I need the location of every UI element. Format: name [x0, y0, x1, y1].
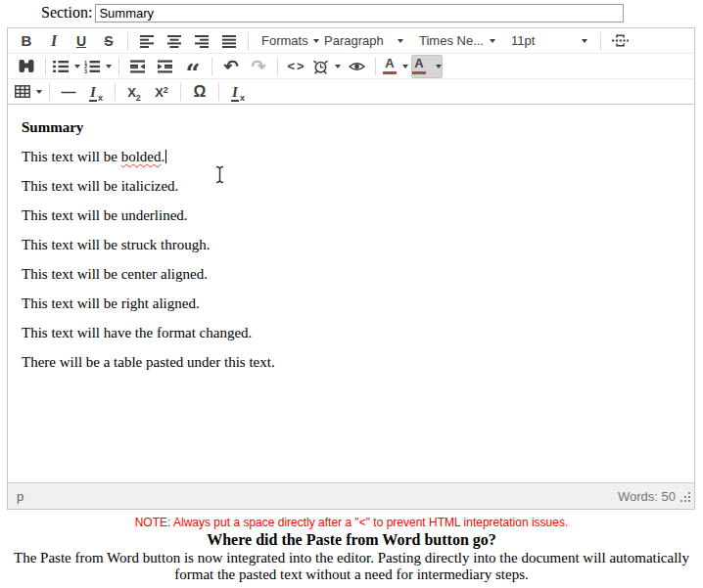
toolbar-separator [127, 32, 128, 50]
bullet-list-button[interactable] [52, 55, 81, 78]
toolbar-row-3: — Ix X2 X2 Ω Ix [8, 79, 694, 105]
chevron-down-icon [402, 65, 408, 68]
align-justify-button[interactable] [216, 29, 242, 53]
editor-content-area[interactable]: Summary This text will be bolded. This t… [8, 105, 694, 482]
strikethrough-button[interactable]: S [96, 29, 121, 53]
font-size-dropdown[interactable]: 11pt [504, 29, 594, 53]
toolbar-row-2: 123 “ ↶ ↷ <> A A [8, 54, 694, 79]
document-heading: Summary [22, 119, 686, 136]
paragraph-underlined[interactable]: This text will be underlined. [22, 207, 686, 224]
clear-formatting-icon: Ix [89, 83, 103, 101]
superscript-icon: X2 [155, 83, 168, 101]
indent-icon [158, 60, 173, 73]
italic-button[interactable]: I [41, 29, 67, 53]
align-left-icon [140, 34, 155, 48]
insert-datetime-button[interactable] [311, 55, 342, 78]
toolbar-separator [218, 83, 219, 101]
binoculars-icon [19, 59, 34, 73]
paragraph-struck-through[interactable]: This text will be struck through. [22, 237, 686, 253]
resize-grip[interactable] [680, 491, 691, 503]
clear-formatting-button[interactable]: Ix [83, 80, 109, 104]
blockquote-button[interactable]: “ [180, 55, 206, 78]
find-replace-button[interactable] [14, 55, 39, 78]
chevron-down-icon [74, 65, 80, 68]
editor-statusbar: p Words: 50 [8, 482, 694, 509]
undo-button[interactable]: ↶ [218, 55, 244, 78]
toolbar-row-1: B I U S Formats Paragraph Times Ne... 11… [8, 28, 694, 54]
page-break-button[interactable] [607, 29, 633, 53]
chevron-down-icon [582, 39, 587, 43]
background-color-icon: A [412, 58, 426, 74]
text-color-button[interactable]: A [382, 55, 409, 78]
bold-button[interactable]: B [14, 29, 39, 53]
subscript-icon: X2 [127, 83, 141, 101]
formats-dropdown[interactable]: Formats [255, 29, 315, 53]
indent-button[interactable] [153, 55, 178, 78]
outdent-icon [130, 60, 146, 73]
editor-toolbar: B I U S Formats Paragraph Times Ne... 11… [8, 28, 694, 105]
bold-icon: B [22, 32, 32, 49]
word-count: Words: 50 [618, 489, 676, 504]
subscript-button[interactable]: X2 [121, 80, 147, 104]
align-left-button[interactable] [134, 29, 160, 53]
horizontal-rule-button[interactable]: — [56, 80, 81, 104]
source-code-button[interactable]: <> [284, 55, 309, 78]
chevron-down-icon [436, 65, 442, 68]
svg-text:3: 3 [84, 68, 87, 73]
chevron-down-icon [106, 65, 112, 68]
clock-icon [312, 59, 329, 74]
underline-button[interactable]: U [69, 29, 94, 53]
table-icon [15, 85, 30, 98]
superscript-button[interactable]: X2 [149, 80, 174, 104]
misspelled-word: bolded [121, 149, 162, 164]
paragraph-center-aligned[interactable]: This text will be center aligned. [22, 266, 686, 283]
strikethrough-icon: S [104, 33, 113, 49]
italic-icon: I [51, 32, 57, 50]
toolbar-separator [118, 58, 119, 75]
table-button[interactable] [14, 80, 43, 104]
paste-from-word-heading: Where did the Paste from Word button go? [0, 531, 703, 549]
undo-icon: ↶ [223, 59, 238, 74]
section-input[interactable] [95, 4, 624, 23]
page-break-icon [612, 33, 629, 48]
preview-button[interactable] [344, 55, 369, 78]
bullet-list-icon [53, 60, 69, 73]
paragraph-table-pasted[interactable]: There will be a table pasted under this … [22, 354, 686, 371]
section-label: Section: [41, 4, 92, 22]
align-justify-icon [222, 34, 237, 48]
outdent-button[interactable] [125, 55, 151, 78]
toolbar-separator [49, 83, 50, 101]
paragraph-italicized[interactable]: This text will be italicized. [22, 178, 686, 195]
font-family-dropdown[interactable]: Times Ne... [412, 29, 502, 53]
block-format-value: Paragraph [324, 33, 384, 48]
footer: NOTE: Always put a space directly after … [0, 516, 703, 583]
remove-format-button[interactable]: Ix [225, 80, 251, 104]
paragraph-bolded[interactable]: This text will be bolded. [22, 149, 686, 165]
block-format-dropdown[interactable]: Paragraph [317, 29, 410, 53]
chevron-down-icon [335, 65, 341, 68]
paragraph-format-changed[interactable]: This text will have the format changed. [22, 325, 686, 341]
text-caret [165, 150, 166, 163]
toolbar-separator [277, 58, 278, 75]
align-center-button[interactable] [162, 29, 187, 53]
redo-icon: ↷ [251, 59, 265, 74]
html-note: NOTE: Always put a space directly after … [0, 516, 703, 529]
redo-button[interactable]: ↷ [246, 55, 271, 78]
paragraph-right-aligned[interactable]: This text will be right aligned. [22, 295, 686, 312]
paste-from-word-body: The Paste from Word button is now integr… [9, 550, 694, 583]
numbered-list-icon: 123 [84, 60, 100, 73]
underline-icon: U [76, 33, 86, 49]
font-family-value: Times Ne... [419, 33, 484, 48]
rich-text-editor: B I U S Formats Paragraph Times Ne... 11… [7, 27, 695, 510]
mouse-ibeam-cursor [213, 165, 226, 184]
chevron-down-icon [36, 90, 42, 94]
numbered-list-button[interactable]: 123 [83, 55, 113, 78]
background-color-button[interactable]: A [411, 55, 443, 78]
eye-icon [349, 60, 365, 73]
align-right-button[interactable] [189, 29, 214, 53]
toolbar-separator [180, 83, 181, 101]
toolbar-separator [45, 58, 46, 75]
font-size-value: 11pt [511, 33, 535, 48]
toolbar-separator [211, 58, 212, 75]
element-path[interactable]: p [17, 489, 23, 504]
